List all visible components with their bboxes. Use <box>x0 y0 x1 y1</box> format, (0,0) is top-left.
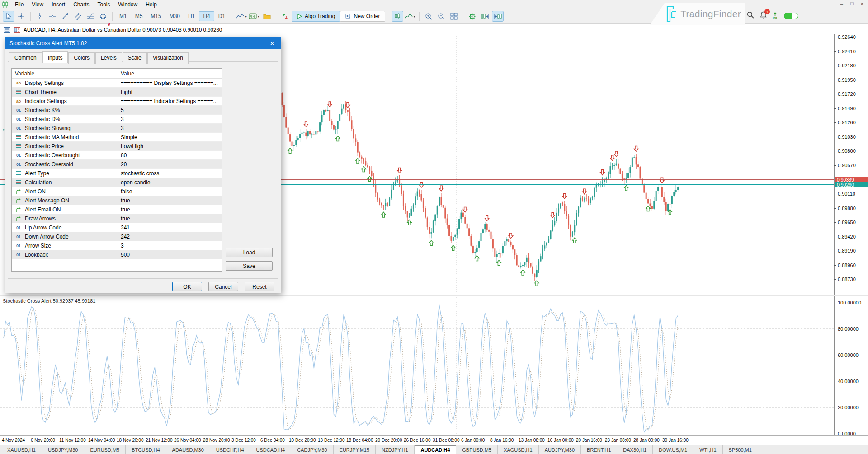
dialog-minimize-button[interactable]: – <box>246 40 264 47</box>
candlestick-chart-button[interactable] <box>392 11 403 22</box>
symbol-tab-usdcad-h4[interactable]: USDCAD,H4 <box>250 445 292 454</box>
param-row-down-arrow-code[interactable]: 01Down Arrow Code242 <box>12 232 222 241</box>
tab-colors[interactable]: Colors <box>68 52 95 64</box>
timeframe-m5[interactable]: M5 <box>131 11 147 21</box>
param-value[interactable]: stochastic cross <box>117 169 222 178</box>
param-row-arrow-size[interactable]: 01Arrow Size3 <box>12 241 222 250</box>
window-minimize-button[interactable]: – <box>840 1 843 6</box>
param-row-stochastic-price[interactable]: Stochastic PriceLow/High <box>12 142 222 151</box>
symbol-tab-xagusd-h1[interactable]: XAGUSD,H1 <box>498 445 539 454</box>
timeframe-m1[interactable]: M1 <box>115 11 131 21</box>
param-value[interactable]: 20 <box>117 160 222 168</box>
tab-scale[interactable]: Scale <box>123 52 147 64</box>
param-row-stochastic-d[interactable]: 01Stochastic D%3 <box>12 115 222 124</box>
lvl-indicator-icon[interactable]: LVL <box>773 12 778 20</box>
tab-inputs[interactable]: Inputs <box>42 51 68 63</box>
param-row-draw-arrows[interactable]: Draw Arrowstrue <box>12 214 222 223</box>
symbol-tab-adausd-m30[interactable]: ADAUSD,M30 <box>166 445 210 454</box>
param-row-stochastic-ma-method[interactable]: Stochastic MA MethodSimple <box>12 133 222 142</box>
param-row-lookback[interactable]: 01Lookback500 <box>12 250 222 259</box>
param-row-display-settings[interactable]: abDisplay Settings========== Display Set… <box>12 79 222 88</box>
param-row-calculation[interactable]: Calculationopen candle <box>12 178 222 187</box>
indicators-button[interactable]: ▾ <box>404 11 416 22</box>
param-value[interactable]: Simple <box>117 133 222 141</box>
menu-view[interactable]: View <box>28 0 47 9</box>
dialog-close-button[interactable]: ✕ <box>264 40 281 47</box>
fibonacci-tool[interactable] <box>85 11 96 22</box>
param-value[interactable]: true <box>117 205 222 214</box>
column-header-variable[interactable]: Variable <box>12 69 117 78</box>
tab-common[interactable]: Common <box>9 52 42 64</box>
param-row-alert-message-on[interactable]: Alert Message ONtrue <box>12 196 222 205</box>
param-value[interactable]: 3 <box>117 124 222 132</box>
param-value[interactable]: true <box>117 196 222 205</box>
param-value[interactable]: 500 <box>117 250 222 259</box>
symbol-tab-audcad-h4[interactable]: AUDCAD,H4 <box>415 445 457 454</box>
param-value[interactable]: 5 <box>117 106 222 114</box>
save-button[interactable]: Save <box>226 261 273 271</box>
cancel-button[interactable]: Cancel <box>208 282 238 291</box>
param-value[interactable]: Light <box>117 88 222 96</box>
menu-insert[interactable]: Insert <box>47 0 69 9</box>
param-value[interactable]: open candle <box>117 178 222 187</box>
timeframe-h4[interactable]: H4 <box>199 11 214 21</box>
templates-folder-button[interactable] <box>261 11 273 22</box>
auto-scroll-button[interactable] <box>492 11 504 22</box>
horizontal-line-tool[interactable] <box>47 11 58 22</box>
param-value[interactable]: Low/High <box>117 142 222 150</box>
symbol-tab-sp500-m1[interactable]: SP500,M1 <box>723 445 758 454</box>
param-value[interactable]: 242 <box>117 232 222 241</box>
timeframe-h1[interactable]: H1 <box>184 11 199 21</box>
load-button[interactable]: Load <box>226 248 273 257</box>
panel-splitter[interactable] <box>0 295 868 296</box>
window-maximize-button[interactable]: □ <box>850 1 854 6</box>
symbol-tab-dow-us-m1[interactable]: DOW.US,M1 <box>653 445 693 454</box>
symbol-tab-xauusd-h1[interactable]: XAUUSD,H1 <box>1 445 42 454</box>
symbol-tab-wti-h1[interactable]: WTI,H1 <box>693 445 722 454</box>
window-close-button[interactable]: × <box>861 1 863 6</box>
symbol-tab-btcusd-h4[interactable]: BTCUSD,H4 <box>126 445 166 454</box>
buy-sell-arrows-icon[interactable] <box>279 11 291 22</box>
tab-levels[interactable]: Levels <box>95 52 122 64</box>
symbol-tab-usdchf-h4[interactable]: USDCHF,H4 <box>210 445 250 454</box>
zoom-out-button[interactable] <box>435 11 447 22</box>
timeframe-m30[interactable]: M30 <box>165 11 184 21</box>
param-row-alert-email-on[interactable]: Alert Email ONtrue <box>12 205 222 214</box>
symbol-tab-eurjpy-m15[interactable]: EURJPY,M15 <box>334 445 376 454</box>
symbol-tab-eurusd-m5[interactable]: EURUSD,M5 <box>84 445 126 454</box>
symbol-tab-dax30-h1[interactable]: DAX30,H1 <box>617 445 653 454</box>
menu-charts[interactable]: Charts <box>69 0 93 9</box>
param-value[interactable]: ========== Indicator Settings =====... <box>117 97 222 105</box>
symbol-tab-nzdjpy-h1[interactable]: NZDJPY,H1 <box>376 445 414 454</box>
shapes-tool[interactable] <box>97 11 109 22</box>
param-value[interactable]: 3 <box>117 115 222 123</box>
search-icon[interactable] <box>747 11 754 20</box>
ok-button[interactable]: OK <box>172 282 202 291</box>
vertical-line-tool[interactable] <box>34 11 46 22</box>
param-row-stochastic-oversold[interactable]: 01Stochastic Oversold20 <box>12 160 222 169</box>
param-row-stochastic-slowing[interactable]: 01Stochastic Slowing3 <box>12 124 222 133</box>
param-row-indicator-settings[interactable]: abIndicator Settings========== Indicator… <box>12 97 222 106</box>
channel-tool[interactable] <box>72 11 84 22</box>
param-row-alert-on[interactable]: Alert ONfalse <box>12 187 222 196</box>
param-value[interactable]: 80 <box>117 151 222 159</box>
notifications-bell-icon[interactable]: 1 <box>760 11 767 20</box>
algo-trading-button[interactable]: Algo Trading <box>292 11 340 22</box>
chart-mode-button[interactable]: ▾ <box>248 11 260 22</box>
symbol-tab-brent-h1[interactable]: BRENT,H1 <box>581 445 617 454</box>
menu-tools[interactable]: Tools <box>94 0 114 9</box>
param-value[interactable]: false <box>117 187 222 196</box>
settings-gear-icon[interactable] <box>467 11 478 22</box>
timeframe-m15[interactable]: M15 <box>146 11 165 21</box>
symbol-tab-gbpusd-m5[interactable]: GBPUSD,M5 <box>456 445 498 454</box>
new-order-button[interactable]: New Order <box>340 11 385 22</box>
dialog-title-bar[interactable]: Stochastic Cross Alert MT5 1.02 – ✕ <box>5 37 281 49</box>
zoom-in-button[interactable] <box>423 11 434 22</box>
trendline-tool[interactable] <box>59 11 71 22</box>
param-value[interactable]: ========== Display Settings ======... <box>117 79 222 87</box>
param-row-stochastic-overbought[interactable]: 01Stochastic Overbought80 <box>12 151 222 160</box>
param-row-chart-theme[interactable]: Chart ThemeLight <box>12 88 222 97</box>
menu-window[interactable]: Window <box>114 0 142 9</box>
param-value[interactable]: 241 <box>117 223 222 232</box>
line-chart-type-button[interactable]: ▾ <box>236 11 247 22</box>
